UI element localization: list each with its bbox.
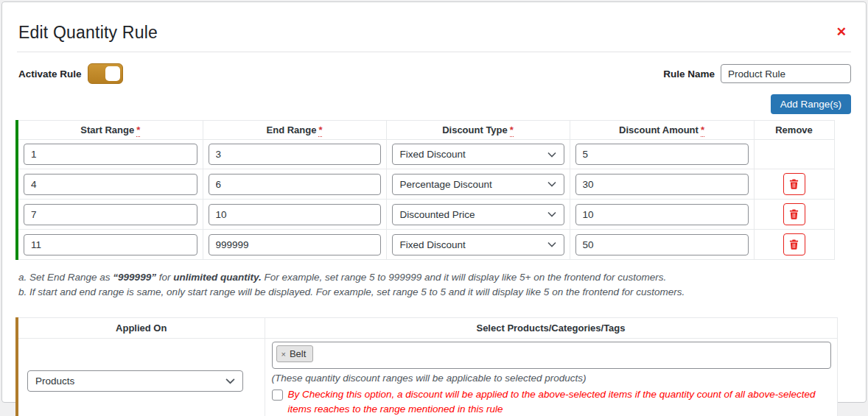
discount-type-select[interactable]: Percentage Discount [392, 174, 564, 195]
chevron-down-icon [225, 378, 235, 384]
rule-name-input[interactable] [721, 64, 851, 83]
chevron-down-icon [547, 152, 556, 158]
modal-header: Edit Quantity Rule ✕ [2, 2, 866, 43]
table-row: Percentage Discount [17, 169, 834, 200]
col-header-start-range: Start Range* [17, 121, 203, 140]
combine-discount-row: By Checking this option, a discount will… [272, 387, 831, 416]
remove-cell-empty [754, 140, 834, 169]
activate-rule-label: Activate Rule [18, 68, 82, 80]
required-asterisk: * [510, 124, 514, 137]
applied-on-cell: Products [17, 339, 265, 416]
tag-remove-icon[interactable]: × [281, 350, 286, 359]
controls-row: Activate Rule Rule Name [2, 52, 866, 84]
table-row: Fixed Discount [17, 140, 834, 169]
start-range-header-text: Start Range [80, 124, 134, 135]
add-range-row: Add Range(s) [2, 84, 866, 114]
end-range-input[interactable] [209, 144, 381, 165]
remove-row-button[interactable] [783, 173, 805, 195]
trash-icon [789, 179, 799, 189]
select-products-cell: ×Belt (These quantity discount ranges wi… [265, 339, 837, 416]
products-multiselect-input[interactable]: ×Belt [272, 342, 831, 369]
applied-header-row: Applied On Select Products/Categories/Ta… [17, 318, 837, 339]
activate-rule-group: Activate Rule [18, 63, 123, 84]
page-title: Edit Quantity Rule [18, 23, 158, 43]
combine-discount-checkbox[interactable] [272, 389, 283, 401]
note-a: a. Set End Range as “999999” for unlimit… [18, 270, 844, 285]
discount-amount-input[interactable] [575, 174, 749, 195]
end-range-input[interactable] [209, 234, 381, 255]
tag-label: Belt [290, 348, 306, 359]
usage-notes: a. Set End Range as “999999” for unlimit… [18, 270, 844, 300]
col-header-end-range: End Range* [203, 121, 386, 140]
ranges-table-wrap: Start Range* End Range* Discount Type* D… [15, 120, 834, 260]
applied-body-row: Products ×Belt (These quantity discount … [17, 339, 837, 416]
discount-type-value: Fixed Discount [400, 149, 466, 160]
col-header-discount-amount: Discount Amount* [570, 121, 754, 140]
table-row: Fixed Discount [17, 230, 834, 260]
applied-on-select[interactable]: Products [27, 370, 243, 392]
discount-type-select[interactable]: Discounted Price [392, 204, 564, 225]
rule-name-label: Rule Name [663, 68, 715, 80]
applied-on-value: Products [35, 376, 74, 387]
applied-on-table: Applied On Select Products/Categories/Ta… [15, 317, 838, 416]
quantity-ranges-table: Start Range* End Range* Discount Type* D… [15, 120, 835, 260]
note-b: b. If start and end range is same, only … [18, 285, 844, 300]
trash-icon [789, 239, 799, 250]
col-header-discount-type: Discount Type* [386, 121, 570, 140]
remove-row-button[interactable] [783, 233, 805, 255]
discount-amount-input[interactable] [575, 144, 749, 165]
table-row: Discounted Price [17, 200, 834, 230]
toggle-knob [105, 66, 120, 81]
end-range-header-text: End Range [267, 124, 317, 135]
ranges-header-row: Start Range* End Range* Discount Type* D… [17, 121, 834, 140]
discount-type-header-text: Discount Type [442, 124, 508, 135]
col-header-applied-on: Applied On [17, 318, 265, 339]
products-hint-text: (These quantity discount ranges will be … [272, 373, 831, 384]
end-range-input[interactable] [209, 204, 381, 225]
discount-type-value: Discounted Price [400, 209, 475, 220]
col-header-remove: Remove [754, 121, 834, 140]
col-header-select-products: Select Products/Categories/Tags [265, 318, 837, 339]
end-range-input[interactable] [209, 174, 381, 195]
start-range-input[interactable] [24, 174, 197, 195]
discount-amount-input[interactable] [575, 204, 749, 225]
rule-name-group: Rule Name [663, 64, 851, 83]
add-ranges-button[interactable]: Add Range(s) [771, 94, 851, 114]
required-asterisk: * [136, 124, 140, 137]
close-icon[interactable]: ✕ [833, 24, 850, 40]
chevron-down-icon [547, 211, 556, 217]
required-asterisk: * [318, 124, 322, 137]
start-range-input[interactable] [24, 204, 197, 225]
discount-type-select[interactable]: Fixed Discount [392, 234, 564, 255]
chevron-down-icon [547, 242, 556, 247]
selected-product-tag: ×Belt [276, 345, 314, 362]
discount-type-select[interactable]: Fixed Discount [392, 144, 564, 165]
required-asterisk: * [701, 124, 704, 137]
remove-row-button[interactable] [783, 203, 805, 225]
discount-type-value: Fixed Discount [400, 239, 466, 250]
edit-quantity-rule-modal: Edit Quantity Rule ✕ Activate Rule Rule … [1, 1, 867, 403]
discount-amount-header-text: Discount Amount [619, 124, 699, 135]
discount-type-value: Percentage Discount [400, 179, 492, 190]
activate-rule-toggle[interactable] [88, 63, 123, 84]
start-range-input[interactable] [24, 234, 197, 255]
trash-icon [789, 209, 799, 219]
chevron-down-icon [547, 181, 556, 187]
combine-discount-warning-text: By Checking this option, a discount will… [288, 387, 831, 416]
discount-amount-input[interactable] [575, 234, 749, 255]
applied-table-wrap: Applied On Select Products/Categories/Ta… [15, 317, 834, 416]
start-range-input[interactable] [24, 144, 197, 165]
